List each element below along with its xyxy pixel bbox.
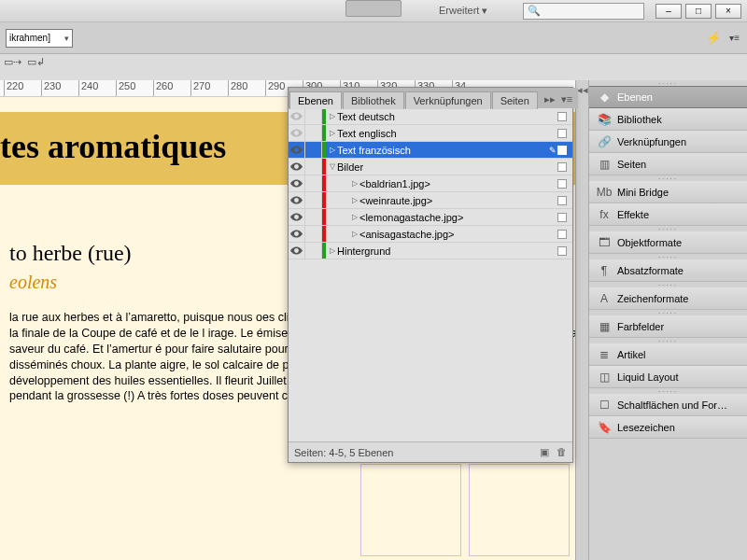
layer-row[interactable]: ▷Text deutsch bbox=[289, 108, 572, 125]
panel-mini-bridge[interactable]: MbMini Bridge bbox=[589, 181, 747, 203]
selection-proxy-box[interactable] bbox=[557, 146, 567, 155]
lock-column[interactable] bbox=[305, 125, 322, 141]
disclosure-triangle-icon[interactable]: ▽ bbox=[330, 162, 335, 171]
selection-proxy-box[interactable] bbox=[557, 179, 567, 189]
disclosure-triangle-icon[interactable]: ▷ bbox=[352, 179, 358, 188]
search-field[interactable]: 🔍 bbox=[523, 3, 644, 20]
layer-label: ▷<lemonagastache.jpg> bbox=[326, 212, 548, 223]
disclosure-triangle-icon[interactable]: ▷ bbox=[330, 112, 335, 120]
liquid-layout-icon: ◫ bbox=[597, 370, 612, 385]
visibility-eye-icon[interactable] bbox=[289, 192, 305, 208]
panel-artikel[interactable]: ≣Artikel bbox=[589, 343, 747, 366]
disclosure-triangle-icon[interactable]: ▷ bbox=[352, 230, 358, 238]
panel-label: Liquid Layout bbox=[617, 371, 678, 383]
lock-column[interactable] bbox=[305, 226, 322, 242]
close-button[interactable]: × bbox=[715, 4, 741, 19]
lock-column[interactable] bbox=[305, 159, 322, 175]
visibility-eye-icon[interactable] bbox=[289, 159, 305, 175]
tab-verknuepfungen[interactable]: Verknüpfungen bbox=[405, 91, 491, 109]
lock-column[interactable] bbox=[305, 142, 322, 158]
panel-seiten[interactable]: ▥Seiten bbox=[589, 153, 747, 175]
panel-label: Objektformate bbox=[617, 237, 682, 248]
lock-column[interactable] bbox=[305, 108, 322, 124]
panel-schaltfl-chen-und-for-[interactable]: ☐Schaltflächen und For… bbox=[589, 394, 747, 416]
disclosure-triangle-icon[interactable]: ▷ bbox=[330, 129, 335, 137]
farbfelder-icon: ▦ bbox=[597, 319, 612, 334]
lock-column[interactable] bbox=[305, 243, 322, 259]
selection-proxy-box[interactable] bbox=[557, 230, 567, 239]
panel-label: Farbfelder bbox=[617, 321, 664, 332]
mini-bridge-icon: Mb bbox=[597, 185, 612, 200]
panel-objektformate[interactable]: 🗔Objektformate bbox=[589, 231, 747, 254]
quick-apply-icon[interactable]: ⚡ bbox=[706, 31, 721, 45]
tab-seiten[interactable]: Seiten bbox=[492, 91, 538, 109]
ruler-tick: 260 bbox=[153, 80, 190, 96]
panel-collapse-handle[interactable]: ◂◂ bbox=[575, 80, 588, 560]
disclosure-triangle-icon[interactable]: ▷ bbox=[330, 246, 335, 255]
selection-proxy-box[interactable] bbox=[557, 162, 567, 172]
lock-column[interactable] bbox=[305, 209, 322, 225]
layers-panel[interactable]: Ebenen Bibliothek Verknüpfungen Seiten ▸… bbox=[288, 87, 573, 463]
control-insert-icons[interactable]: ▭⇢ ▭↲ bbox=[4, 56, 45, 68]
panel-menu-icon[interactable]: ▾≡ bbox=[561, 93, 572, 105]
tab-bibliothek[interactable]: Bibliothek bbox=[343, 91, 404, 109]
panel-menu-icon[interactable]: ▾≡ bbox=[729, 33, 740, 43]
panel-label: Bibliothek bbox=[617, 114, 662, 125]
workspace-mode-dropdown[interactable]: Erweitert ▾ bbox=[439, 5, 487, 17]
new-layer-icon[interactable]: ▣ bbox=[540, 446, 549, 458]
panel-expand-icon[interactable]: ▸▸ bbox=[544, 93, 556, 105]
panel-bibliothek[interactable]: 📚Bibliothek bbox=[589, 108, 747, 131]
layer-row[interactable]: ▷Text englisch bbox=[289, 125, 572, 142]
layer-label: ▷<weinraute.jpg> bbox=[326, 195, 548, 206]
lock-column[interactable] bbox=[305, 192, 322, 208]
visibility-eye-icon[interactable] bbox=[289, 175, 305, 191]
objektformate-icon: 🗔 bbox=[597, 235, 612, 250]
selection-proxy-box[interactable] bbox=[557, 129, 567, 138]
visibility-eye-icon[interactable] bbox=[289, 108, 305, 124]
ruler-tick: 250 bbox=[116, 80, 153, 96]
panel-effekte[interactable]: fxEffekte bbox=[589, 203, 747, 226]
layer-row[interactable]: ▷<lemonagastache.jpg> bbox=[289, 209, 572, 226]
tab-ebenen[interactable]: Ebenen bbox=[289, 91, 342, 109]
layer-row[interactable]: ▷<weinraute.jpg> bbox=[289, 192, 572, 209]
text-wrap-icon[interactable]: ▭↲ bbox=[27, 56, 45, 68]
panel-verkn-pfungen[interactable]: 🔗Verknüpfungen bbox=[589, 131, 747, 153]
layer-row[interactable]: ▷Text französisch✎ bbox=[289, 142, 572, 159]
panel-label: Mini Bridge bbox=[617, 187, 669, 198]
selection-proxy-box[interactable] bbox=[557, 213, 567, 222]
disclosure-triangle-icon[interactable]: ▷ bbox=[330, 146, 335, 154]
layer-row[interactable]: ▷<anisagastache.jpg> bbox=[289, 226, 572, 243]
disclosure-triangle-icon[interactable]: ▷ bbox=[352, 213, 358, 221]
visibility-eye-icon[interactable] bbox=[289, 243, 305, 259]
layers-list[interactable]: ▷Text deutsch▷Text englisch▷Text französ… bbox=[289, 108, 572, 441]
visibility-eye-icon[interactable] bbox=[289, 209, 305, 225]
visibility-eye-icon[interactable] bbox=[289, 226, 305, 242]
panel-farbfelder[interactable]: ▦Farbfelder bbox=[589, 315, 747, 338]
frame-style-dropdown[interactable]: ikrahmen] bbox=[6, 29, 73, 48]
lesezeichen-icon: 🔖 bbox=[597, 420, 612, 435]
selection-proxy-box[interactable] bbox=[557, 112, 567, 121]
panel-label: Verknüpfungen bbox=[617, 136, 686, 147]
layer-row[interactable]: ▷Hintergrund bbox=[289, 243, 572, 259]
panel-ebenen[interactable]: ◆Ebenen bbox=[589, 86, 747, 108]
layer-label: ▷<baldrian1.jpg> bbox=[326, 178, 548, 189]
selection-proxy-box[interactable] bbox=[557, 246, 567, 256]
panel-liquid-layout[interactable]: ◫Liquid Layout bbox=[589, 366, 747, 388]
panel-absatzformate[interactable]: ¶Absatzformate bbox=[589, 259, 747, 282]
anchor-object-icon[interactable]: ▭⇢ bbox=[4, 56, 21, 68]
disclosure-triangle-icon[interactable]: ▷ bbox=[352, 196, 358, 204]
lock-column[interactable] bbox=[305, 175, 322, 191]
visibility-eye-icon[interactable] bbox=[289, 142, 305, 158]
selection-proxy-box[interactable] bbox=[557, 196, 567, 205]
document-handle[interactable] bbox=[345, 0, 402, 17]
visibility-eye-icon[interactable] bbox=[289, 125, 305, 141]
layer-row[interactable]: ▽Bilder bbox=[289, 159, 572, 175]
delete-layer-icon[interactable]: 🗑 bbox=[557, 446, 567, 458]
panel-label: Schaltflächen und For… bbox=[617, 399, 727, 411]
maximize-button[interactable]: □ bbox=[685, 4, 712, 19]
panel-lesezeichen[interactable]: 🔖Lesezeichen bbox=[589, 416, 747, 439]
artikel-icon: ≣ bbox=[597, 347, 612, 362]
layer-row[interactable]: ▷<baldrian1.jpg> bbox=[289, 175, 572, 192]
minimize-button[interactable]: – bbox=[655, 4, 682, 19]
panel-zeichenformate[interactable]: AZeichenformate bbox=[589, 287, 747, 310]
